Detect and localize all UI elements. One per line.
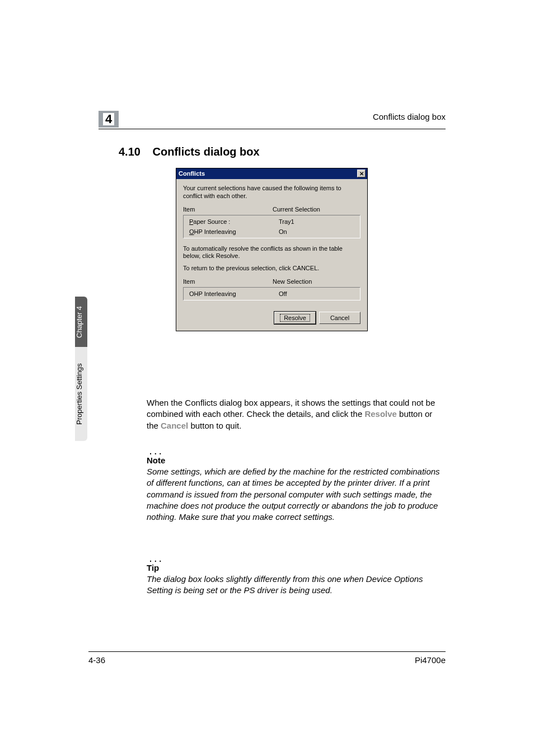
note-label: Note <box>147 456 446 465</box>
section-title: Conflicts dialog box <box>153 145 260 158</box>
col-item-header: Item <box>183 278 273 285</box>
value-cell: Tray1 <box>279 218 360 225</box>
section-number: 4.10 <box>119 145 149 158</box>
resolve-button[interactable]: Resolve <box>274 312 316 324</box>
side-tab-section: Properties Settings <box>75 347 87 441</box>
value-cell: Off <box>279 290 360 297</box>
dialog-instruction-2: To return to the previous selection, cli… <box>183 265 360 273</box>
side-tab-chapter: Chapter 4 <box>75 297 87 347</box>
header-rule <box>99 129 446 129</box>
value-cell: On <box>279 228 360 235</box>
note-text: Some settings, which are defied by the m… <box>147 466 446 523</box>
tip-block: ... Tip The dialog box looks slightly di… <box>147 550 446 597</box>
dialog-title: Conflicts <box>179 170 205 177</box>
col-item-header: Item <box>183 206 273 213</box>
dialog-button-row: Resolve Cancel <box>183 312 360 324</box>
cancel-button[interactable]: Cancel <box>319 312 360 324</box>
table-row: Paper Source : Tray1 <box>184 217 360 227</box>
dialog-instruction-1: To automatically resolve the conflicts a… <box>183 245 360 261</box>
item-cell: OHP Interleaving <box>189 228 279 235</box>
table-row: OHP Interleaving On <box>184 227 360 237</box>
chapter-badge: 4 <box>99 111 119 128</box>
product-name: Pi4700e <box>415 655 446 665</box>
tip-label: Tip <box>147 563 446 572</box>
dialog-body: Your current selections have caused the … <box>176 179 367 331</box>
item-cell: Paper Source : <box>189 218 279 225</box>
side-tab: Chapter 4 Properties Settings <box>75 297 87 441</box>
dialog-intro: Your current selections have caused the … <box>183 185 360 200</box>
conflicts-dialog: Conflicts ✕ Your current selections have… <box>176 168 368 331</box>
note-block: ... Note Some settings, which are defied… <box>147 442 446 523</box>
close-icon: ✕ <box>359 171 364 177</box>
section-heading: 4.10 Conflicts dialog box <box>119 145 260 158</box>
note-icon: ... <box>147 442 162 454</box>
close-button[interactable]: ✕ <box>357 170 366 177</box>
page-number: 4-36 <box>88 655 105 665</box>
running-head: Conflicts dialog box <box>373 112 446 121</box>
table-row: OHP Interleaving Off <box>184 289 360 299</box>
col-new-header: New Selection <box>273 278 360 285</box>
chapter-number: 4 <box>103 113 114 125</box>
dialog-titlebar: Conflicts ✕ <box>176 168 367 179</box>
tip-text: The dialog box looks slightly differentl… <box>147 574 446 597</box>
tip-icon: ... <box>147 550 162 562</box>
new-selection-table: Item New Selection OHP Interleaving Off <box>183 277 360 300</box>
page-footer: 4-36 Pi4700e <box>88 651 446 665</box>
col-current-header: Current Selection <box>273 206 360 213</box>
current-selection-table: Item Current Selection Paper Source : Tr… <box>183 205 360 238</box>
item-cell: OHP Interleaving <box>189 290 279 297</box>
body-paragraph: When the Conflicts dialog box appears, i… <box>147 397 446 431</box>
